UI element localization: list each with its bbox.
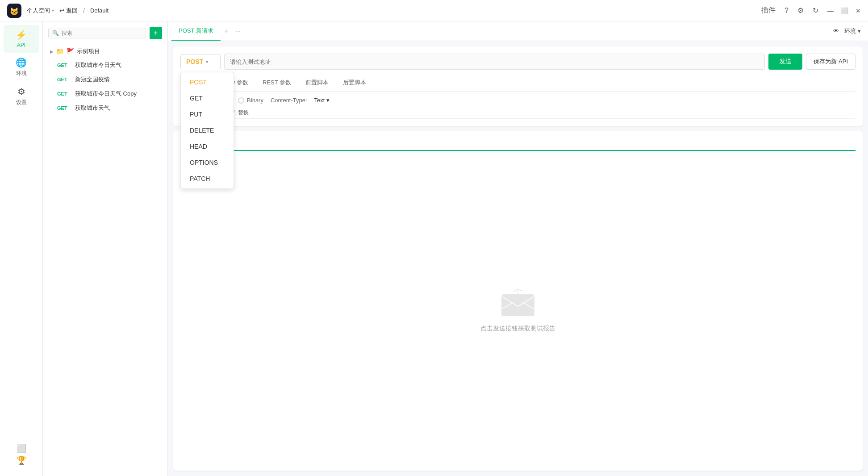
env-chevron-icon: ▾ <box>858 28 861 34</box>
svg-text:🐱: 🐱 <box>10 7 19 16</box>
method-chevron-icon: ▾ <box>206 59 208 64</box>
left-sidebar: ⚡ API 🌐 环境 ⚙ 设置 ⬜ 🏆 <box>0 21 43 476</box>
sidebar-item-env[interactable]: 🌐 环境 <box>4 53 39 82</box>
dropdown-item-options[interactable]: OPTIONS <box>181 154 234 171</box>
workspace-selector[interactable]: 个人空间 ▾ <box>27 7 54 15</box>
refresh-icon[interactable]: ↻ <box>813 6 818 15</box>
file-sidebar-header: 🔍 + <box>43 21 167 43</box>
radio-binary[interactable]: Binary <box>238 97 263 104</box>
search-icon: 🔍 <box>52 30 59 36</box>
list-item[interactable]: GET 新冠全国疫情 <box>46 72 164 87</box>
app-container: 🐱 个人空间 ▾ ↩ 返回 / Default 插件 ? ⚙ ↻ — ⬜ ✕ <box>0 0 868 476</box>
tab-label: POST 新请求 <box>179 27 213 35</box>
replace-label: 替换 <box>238 109 249 117</box>
close-button[interactable]: ✕ <box>855 7 861 14</box>
method-badge-get: GET <box>57 105 71 111</box>
tab-new-request[interactable]: POST 新请求 <box>171 21 221 41</box>
api-item-name: 新冠全国疫情 <box>75 75 110 84</box>
svg-rect-2 <box>502 295 534 316</box>
preview-icon[interactable]: 👁 <box>833 28 839 34</box>
sidebar-bottom: ⬜ 🏆 <box>17 444 26 472</box>
method-badge-get: GET <box>57 77 71 82</box>
return-section: 返回值 点击发送按钮获取测试报告 <box>173 131 863 471</box>
send-button[interactable]: 发送 <box>768 54 802 70</box>
search-box[interactable]: 🔍 <box>48 28 146 38</box>
main-content: POST 新请求 + ··· 👁 环境 ▾ <box>168 21 868 476</box>
request-area: POST ▾ POST GET PUT DELETE HEAD OPTIONS … <box>173 46 863 126</box>
tab-bar-right: 👁 环境 ▾ <box>833 27 864 35</box>
sidebar-item-settings[interactable]: ⚙ 设置 <box>4 82 39 111</box>
tab-pre-script[interactable]: 前置脚本 <box>298 75 336 91</box>
method-badge-get: GET <box>57 63 71 68</box>
back-button[interactable]: ↩ 返回 <box>59 7 78 15</box>
plugin-button[interactable]: 插件 <box>761 6 776 15</box>
url-bar: POST ▾ POST GET PUT DELETE HEAD OPTIONS … <box>180 54 855 70</box>
window-controls: — ⬜ ✕ <box>827 7 861 14</box>
tree-folder-examples[interactable]: ▶ 📁 🚩 示例项目 <box>46 45 164 58</box>
folder-icon: 📁 <box>56 48 64 55</box>
bottom-btn-1[interactable]: ⬜ <box>17 444 26 454</box>
app-logo: 🐱 <box>7 4 21 18</box>
api-item-name: 获取城市今日天气 Copy <box>75 90 137 98</box>
env-selector[interactable]: 环境 ▾ <box>844 27 861 35</box>
bottom-btn-2[interactable]: 🏆 <box>17 455 26 465</box>
empty-state: 点击发送按钮获取测试报告 <box>180 158 855 463</box>
settings-nav-label: 设置 <box>16 99 27 106</box>
save-api-button[interactable]: 保存为新 API <box>806 54 855 70</box>
url-input[interactable] <box>224 54 765 70</box>
dropdown-item-head[interactable]: HEAD <box>181 138 234 154</box>
breadcrumb-separator: / <box>83 7 85 14</box>
content-type-text: Text <box>314 97 325 104</box>
request-tabs: 请求体 Query 参数 REST 参数 前置脚本 后置脚本 <box>180 75 855 92</box>
folder-label: 示例项目 <box>77 47 100 55</box>
env-nav-label: 环境 <box>16 70 27 77</box>
search-input[interactable] <box>62 30 142 36</box>
api-icon: ⚡ <box>16 29 27 40</box>
file-sidebar: 🔍 + ▶ 📁 🚩 示例项目 GET 获取城市今日天气 GET <box>43 21 168 476</box>
folder-chevron-icon: ▶ <box>50 49 54 54</box>
tab-rest-params[interactable]: REST 参数 <box>255 75 298 91</box>
list-item[interactable]: GET 获取城市今日天气 Copy <box>46 87 164 101</box>
return-title: 返回值 <box>180 138 855 151</box>
env-icon: 🌐 <box>16 57 27 68</box>
settings-icon[interactable]: ⚙ <box>797 6 804 15</box>
dropdown-item-put[interactable]: PUT <box>181 106 234 122</box>
list-item[interactable]: GET 获取城市天气 <box>46 101 164 115</box>
title-bar: 🐱 个人空间 ▾ ↩ 返回 / Default 插件 ? ⚙ ↻ — ⬜ ✕ <box>0 0 868 21</box>
method-button[interactable]: POST ▾ <box>180 54 221 69</box>
content-type-label: Content-Type: <box>271 97 307 104</box>
radio-dot-binary <box>238 97 244 104</box>
add-api-button[interactable]: + <box>150 27 162 39</box>
sidebar-item-api[interactable]: ⚡ API <box>4 25 39 53</box>
help-icon[interactable]: ? <box>785 7 789 15</box>
tab-post-script[interactable]: 后置脚本 <box>336 75 373 91</box>
project-name: Default <box>90 7 108 14</box>
method-dropdown: POST GET PUT DELETE HEAD OPTIONS PATCH <box>180 72 234 189</box>
dropdown-item-delete[interactable]: DELETE <box>181 122 234 138</box>
file-tree: ▶ 📁 🚩 示例项目 GET 获取城市今日天气 GET 新冠全国疫情 GET 获… <box>43 43 167 476</box>
radio-label-binary: Binary <box>247 97 263 104</box>
tab-add-button[interactable]: + <box>221 27 232 35</box>
minimize-button[interactable]: — <box>827 7 834 14</box>
toolbar-icons: 插件 ? ⚙ ↻ <box>761 6 818 15</box>
main-layout: ⚡ API 🌐 环境 ⚙ 设置 ⬜ 🏆 🔍 <box>0 21 868 476</box>
dropdown-item-get[interactable]: GET <box>181 90 234 106</box>
content-type-selector[interactable]: Text ▾ <box>314 97 330 104</box>
maximize-button[interactable]: ⬜ <box>841 7 848 14</box>
api-item-name: 获取城市天气 <box>75 104 110 112</box>
tab-bar: POST 新请求 + ··· 👁 环境 ▾ <box>168 21 868 41</box>
method-badge-get: GET <box>57 91 71 96</box>
api-nav-label: API <box>17 42 25 48</box>
empty-envelope-icon <box>500 289 536 317</box>
list-item[interactable]: GET 获取城市今日天气 <box>46 58 164 72</box>
empty-text: 点击发送按钮获取测试报告 <box>480 325 555 333</box>
dropdown-item-patch[interactable]: PATCH <box>181 171 234 187</box>
workspace-chevron-icon: ▾ <box>52 8 54 13</box>
tab-more-button[interactable]: ··· <box>232 28 244 35</box>
method-selector: POST ▾ POST GET PUT DELETE HEAD OPTIONS … <box>180 54 221 69</box>
folder-flag-icon: 🚩 <box>67 48 74 55</box>
settings-nav-icon: ⚙ <box>17 86 25 97</box>
dropdown-item-post[interactable]: POST <box>181 74 234 90</box>
body-type-row: None Raw Binary Content-Type: Text ▾ <box>180 97 855 104</box>
api-item-name: 获取城市今日天气 <box>75 61 121 69</box>
